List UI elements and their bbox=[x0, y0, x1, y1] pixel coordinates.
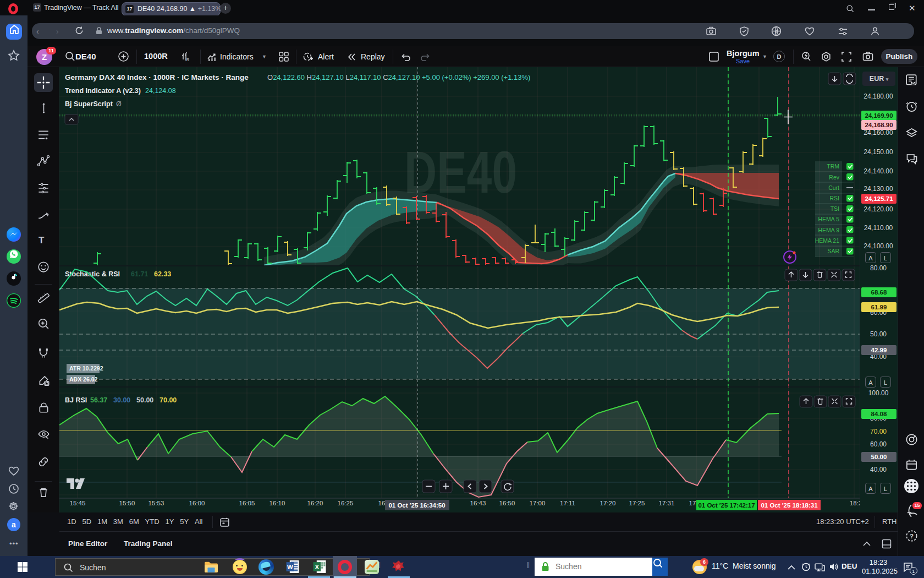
svg-text:Ø: Ø bbox=[116, 100, 122, 108]
svg-text:O24,122.60 H24,127.10 L24,11: O24,122.60 H24,127.10 L24,117.10 C24,127… bbox=[267, 73, 530, 81]
svg-text:R: R bbox=[186, 58, 189, 62]
svg-text:Curt: Curt bbox=[828, 184, 839, 191]
svg-text:HEMA 21: HEMA 21 bbox=[815, 237, 840, 244]
svg-text:56.37: 56.37 bbox=[90, 396, 107, 404]
svg-text:50.00: 50.00 bbox=[136, 396, 153, 404]
svg-text:16:10: 16:10 bbox=[270, 500, 285, 506]
svg-text:Trend Indicator A (v2.3): Trend Indicator A (v2.3) bbox=[65, 87, 141, 95]
svg-text:SAR: SAR bbox=[827, 248, 839, 254]
svg-text:16:20: 16:20 bbox=[307, 500, 323, 506]
svg-text:W: W bbox=[287, 564, 293, 570]
svg-text:BJ RSI: BJ RSI bbox=[65, 396, 87, 404]
svg-text:16:25: 16:25 bbox=[338, 500, 354, 506]
svg-text:24,124.08: 24,124.08 bbox=[145, 87, 176, 95]
svg-text:15:50: 15:50 bbox=[119, 500, 135, 506]
svg-text:TRM: TRM bbox=[827, 163, 839, 170]
svg-text:16: 16 bbox=[378, 500, 386, 506]
svg-text:01 Oct ′25 17:42:17: 01 Oct ′25 17:42:17 bbox=[698, 502, 755, 509]
svg-text:RSI: RSI bbox=[829, 195, 839, 201]
svg-text:16:00: 16:00 bbox=[189, 500, 205, 506]
svg-text:17:11: 17:11 bbox=[560, 500, 575, 506]
svg-text:62.33: 62.33 bbox=[154, 270, 171, 278]
svg-text:Rev: Rev bbox=[829, 174, 839, 181]
svg-text:17:00: 17:00 bbox=[530, 500, 546, 506]
svg-text:HEMA 5: HEMA 5 bbox=[818, 216, 839, 222]
svg-text:A: A bbox=[774, 29, 778, 35]
svg-text:01 Oct ′25 16:34:50: 01 Oct ′25 16:34:50 bbox=[388, 502, 445, 509]
svg-text:16:05: 16:05 bbox=[239, 500, 255, 506]
svg-text:17:25: 17:25 bbox=[629, 500, 645, 506]
svg-text:17: 17 bbox=[689, 500, 696, 506]
svg-text:Bj SuperScript: Bj SuperScript bbox=[65, 100, 113, 108]
svg-text:70.00: 70.00 bbox=[160, 396, 177, 404]
svg-text:01 Oct ′25 18:18:31: 01 Oct ′25 18:18:31 bbox=[761, 502, 818, 509]
svg-text:TSI: TSI bbox=[831, 205, 839, 212]
svg-text:17:31: 17:31 bbox=[659, 500, 675, 506]
svg-text:17:20: 17:20 bbox=[600, 500, 616, 506]
svg-text:16:43: 16:43 bbox=[470, 500, 486, 506]
svg-text:15:53: 15:53 bbox=[148, 500, 164, 506]
svg-text:X: X bbox=[315, 564, 319, 570]
svg-text:16:50: 16:50 bbox=[499, 500, 515, 506]
svg-text:61.71: 61.71 bbox=[131, 270, 148, 278]
svg-text:HEMA 9: HEMA 9 bbox=[818, 227, 839, 233]
svg-text:18:2: 18:2 bbox=[850, 500, 860, 506]
svg-text:30.00: 30.00 bbox=[113, 396, 130, 404]
svg-text:15:45: 15:45 bbox=[70, 500, 86, 506]
svg-text:Germany DAX 40 Index · 1000R ·: Germany DAX 40 Index · 1000R · IC Market… bbox=[65, 73, 249, 81]
svg-text:?: ? bbox=[910, 533, 914, 539]
